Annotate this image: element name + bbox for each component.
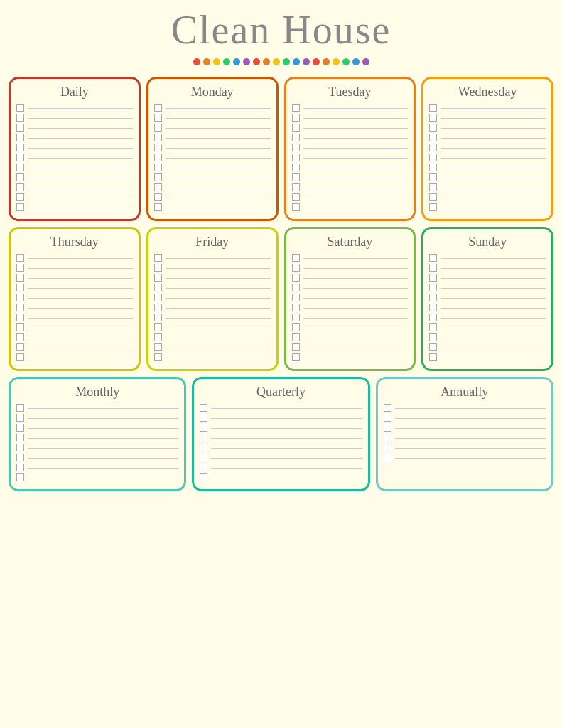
checkbox[interactable] bbox=[429, 284, 437, 291]
checkbox[interactable] bbox=[16, 464, 24, 471]
checkbox[interactable] bbox=[16, 444, 24, 451]
checkbox[interactable] bbox=[429, 333, 437, 341]
checkbox[interactable] bbox=[154, 284, 162, 291]
checkbox[interactable] bbox=[16, 183, 24, 191]
checkbox[interactable] bbox=[154, 323, 162, 331]
checkbox[interactable] bbox=[16, 343, 24, 351]
checkbox[interactable] bbox=[429, 104, 437, 112]
checkbox[interactable] bbox=[16, 414, 24, 422]
checkbox[interactable] bbox=[16, 274, 24, 282]
checkbox[interactable] bbox=[154, 104, 162, 112]
checkbox[interactable] bbox=[154, 173, 162, 181]
checkbox[interactable] bbox=[292, 323, 300, 331]
checkbox[interactable] bbox=[384, 404, 391, 412]
checkbox[interactable] bbox=[16, 294, 24, 301]
checkbox[interactable] bbox=[292, 104, 300, 112]
checkbox[interactable] bbox=[154, 304, 162, 311]
checkbox[interactable] bbox=[154, 314, 162, 321]
checkbox[interactable] bbox=[200, 434, 207, 441]
checkbox[interactable] bbox=[429, 314, 437, 321]
checkbox[interactable] bbox=[16, 203, 24, 211]
checkbox[interactable] bbox=[16, 173, 24, 181]
checkbox[interactable] bbox=[292, 154, 300, 161]
checkbox[interactable] bbox=[292, 304, 300, 311]
checkbox[interactable] bbox=[292, 164, 300, 171]
checkbox[interactable] bbox=[292, 343, 300, 351]
checkbox[interactable] bbox=[429, 203, 437, 211]
checkbox[interactable] bbox=[292, 173, 300, 181]
checkbox[interactable] bbox=[154, 154, 162, 161]
checkbox[interactable] bbox=[154, 294, 162, 301]
checkbox[interactable] bbox=[429, 343, 437, 351]
checkbox[interactable] bbox=[429, 254, 437, 262]
checkbox[interactable] bbox=[429, 353, 437, 361]
checkbox[interactable] bbox=[200, 444, 207, 451]
checkbox[interactable] bbox=[200, 404, 207, 412]
checkbox[interactable] bbox=[292, 333, 300, 341]
checkbox[interactable] bbox=[16, 114, 24, 122]
checkbox[interactable] bbox=[292, 314, 300, 321]
checkbox[interactable] bbox=[16, 134, 24, 141]
checkbox[interactable] bbox=[154, 343, 162, 351]
checkbox[interactable] bbox=[16, 193, 24, 201]
checkbox[interactable] bbox=[16, 304, 24, 311]
checkbox[interactable] bbox=[16, 424, 24, 432]
checkbox[interactable] bbox=[429, 124, 437, 132]
checkbox[interactable] bbox=[292, 264, 300, 272]
checkbox[interactable] bbox=[292, 294, 300, 301]
checkbox[interactable] bbox=[429, 164, 437, 171]
checkbox[interactable] bbox=[16, 144, 24, 151]
checkbox[interactable] bbox=[154, 274, 162, 282]
checkbox[interactable] bbox=[16, 333, 24, 341]
checkbox[interactable] bbox=[292, 353, 300, 361]
checkbox[interactable] bbox=[429, 294, 437, 301]
checkbox[interactable] bbox=[16, 404, 24, 412]
checkbox[interactable] bbox=[429, 193, 437, 201]
checkbox[interactable] bbox=[16, 124, 24, 132]
checkbox[interactable] bbox=[292, 134, 300, 141]
checkbox[interactable] bbox=[16, 164, 24, 171]
checkbox[interactable] bbox=[429, 114, 437, 122]
checkbox[interactable] bbox=[292, 274, 300, 282]
checkbox[interactable] bbox=[154, 193, 162, 201]
checkbox[interactable] bbox=[384, 444, 391, 451]
checkbox[interactable] bbox=[16, 264, 24, 272]
checkbox[interactable] bbox=[429, 134, 437, 141]
checkbox[interactable] bbox=[292, 124, 300, 132]
checkbox[interactable] bbox=[429, 274, 437, 282]
checkbox[interactable] bbox=[16, 284, 24, 291]
checkbox[interactable] bbox=[154, 333, 162, 341]
checkbox[interactable] bbox=[16, 353, 24, 361]
checkbox[interactable] bbox=[384, 454, 391, 461]
checkbox[interactable] bbox=[154, 114, 162, 122]
checkbox[interactable] bbox=[292, 114, 300, 122]
checkbox[interactable] bbox=[429, 304, 437, 311]
checkbox[interactable] bbox=[429, 154, 437, 161]
checkbox[interactable] bbox=[16, 454, 24, 461]
checkbox[interactable] bbox=[16, 323, 24, 331]
checkbox[interactable] bbox=[16, 254, 24, 262]
checkbox[interactable] bbox=[154, 144, 162, 151]
checkbox[interactable] bbox=[154, 124, 162, 132]
checkbox[interactable] bbox=[429, 173, 437, 181]
checkbox[interactable] bbox=[292, 254, 300, 262]
checkbox[interactable] bbox=[16, 314, 24, 321]
checkbox[interactable] bbox=[154, 353, 162, 361]
checkbox[interactable] bbox=[292, 284, 300, 291]
checkbox[interactable] bbox=[292, 203, 300, 211]
checkbox[interactable] bbox=[200, 424, 207, 432]
checkbox[interactable] bbox=[154, 164, 162, 171]
checkbox[interactable] bbox=[429, 183, 437, 191]
checkbox[interactable] bbox=[292, 193, 300, 201]
checkbox[interactable] bbox=[292, 144, 300, 151]
checkbox[interactable] bbox=[16, 473, 24, 481]
checkbox[interactable] bbox=[200, 464, 207, 471]
checkbox[interactable] bbox=[200, 473, 207, 481]
checkbox[interactable] bbox=[292, 183, 300, 191]
checkbox[interactable] bbox=[384, 434, 391, 441]
checkbox[interactable] bbox=[200, 414, 207, 422]
checkbox[interactable] bbox=[384, 424, 391, 432]
checkbox[interactable] bbox=[429, 144, 437, 151]
checkbox[interactable] bbox=[384, 414, 391, 422]
checkbox[interactable] bbox=[200, 454, 207, 461]
